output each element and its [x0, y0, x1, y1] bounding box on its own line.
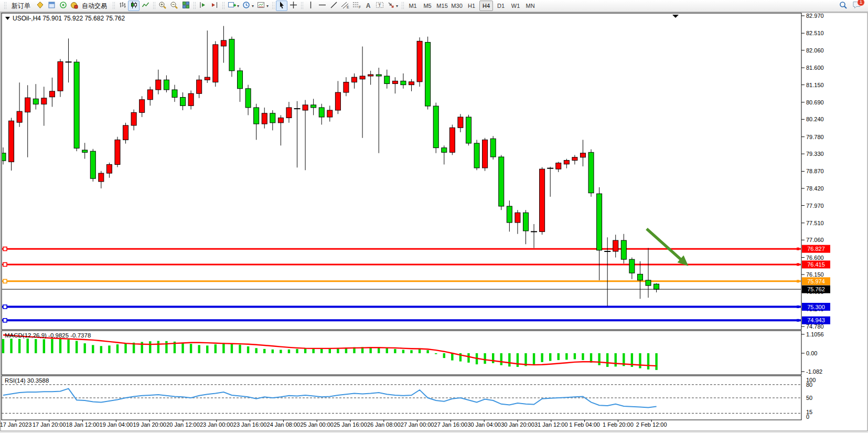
market-watch-button[interactable]: [34, 1, 46, 11]
auto-scroll-button[interactable]: [197, 1, 209, 11]
auto-trading-button[interactable]: 自动交易: [69, 1, 111, 11]
toolbar-grip[interactable]: [153, 2, 155, 10]
bar-chart-icon: [119, 1, 126, 10]
line-chart-type-button[interactable]: [140, 1, 151, 11]
template-icon: [257, 1, 265, 10]
svg-text:82.970: 82.970: [806, 13, 824, 19]
line-handle[interactable]: [3, 305, 7, 309]
line-handle[interactable]: [797, 248, 799, 250]
line-handle[interactable]: [3, 279, 7, 283]
svg-text:76.600: 76.600: [806, 255, 824, 261]
text-label-icon: T: [376, 1, 384, 10]
period-selector-button[interactable]: ▾: [241, 1, 255, 11]
horizontal-line-tool-button[interactable]: [316, 1, 328, 11]
svg-text:26 Jan 08:00: 26 Jan 08:00: [367, 421, 401, 428]
svg-text:82.510: 82.510: [806, 30, 824, 36]
timeframe-w1-button[interactable]: W1: [509, 1, 522, 11]
crosshair-tool-button[interactable]: [287, 1, 299, 11]
candle: [229, 37, 234, 77]
time-axis[interactable]: 17 Jan 202317 Jan 20:0018 Jan 12:0019 Ja…: [0, 420, 667, 428]
timeframe-m30-button[interactable]: M30: [450, 1, 464, 11]
fibonacci-tool-button[interactable]: F: [351, 1, 362, 11]
toolbar-grip[interactable]: [401, 2, 404, 10]
trendline-tool-button[interactable]: [328, 1, 339, 11]
vertical-line-tool-button[interactable]: [305, 1, 316, 11]
zoom-in-button[interactable]: [157, 1, 168, 11]
timeframe-m15-button[interactable]: M15: [435, 1, 449, 11]
search-button[interactable]: [838, 1, 849, 11]
svg-text:19 Jan 04:00: 19 Jan 04:00: [100, 421, 133, 428]
svg-text:0.00: 0.00: [806, 350, 817, 356]
toolbar-grip[interactable]: [4, 2, 6, 10]
svg-text:27 Jan 00:00: 27 Jan 00:00: [401, 421, 434, 428]
svg-text:30 Jan 20:00: 30 Jan 20:00: [501, 421, 534, 428]
price-chart[interactable]: USOil-,H4 75.901 75.922 75.682 75.76282.…: [0, 12, 868, 433]
cursor-tool-button[interactable]: [276, 1, 287, 11]
svg-text:19 Jan 20:00: 19 Jan 20:00: [133, 421, 166, 428]
chevron-down-icon: ▾: [266, 4, 269, 8]
timeframe-d1-button[interactable]: D1: [494, 1, 508, 11]
main-price-pane[interactable]: [2, 13, 801, 330]
auto-trading-icon: [70, 1, 78, 10]
svg-text:1.1056: 1.1056: [806, 331, 824, 337]
line-handle[interactable]: [3, 262, 7, 266]
svg-text:25 Jan 16:00: 25 Jan 16:00: [334, 421, 367, 428]
toolbar-grip[interactable]: [301, 2, 303, 10]
arrows-tool-button[interactable]: ▾: [385, 1, 400, 11]
svg-text:50: 50: [806, 395, 812, 401]
label-tool-button[interactable]: T: [374, 1, 385, 11]
svg-text:18 Jan 12:00: 18 Jan 12:00: [66, 421, 100, 428]
timeframe-m1-button[interactable]: M1: [406, 1, 420, 11]
navigator-button[interactable]: [57, 1, 69, 11]
line-handle[interactable]: [797, 305, 799, 308]
macd-pane[interactable]: [2, 331, 801, 375]
candle: [540, 167, 545, 235]
cursor-icon: [278, 1, 285, 10]
timeframe-m5-button[interactable]: M5: [421, 1, 434, 11]
svg-text:74.943: 74.943: [807, 317, 825, 323]
chart-window[interactable]: USOil-,H4 75.901 75.922 75.682 75.76282.…: [0, 12, 868, 433]
horizontal-line-icon: [318, 2, 326, 10]
candle: [490, 136, 496, 160]
timeframe-mn-button[interactable]: MN: [523, 1, 537, 11]
zoom-out-button[interactable]: [168, 1, 180, 11]
toolbar-grip[interactable]: [222, 2, 224, 10]
timeframe-h4-button[interactable]: H4: [479, 1, 493, 11]
text-tool-button[interactable]: A: [362, 1, 374, 11]
auto-scroll-icon: [199, 1, 207, 10]
svg-text:80.690: 80.690: [806, 99, 824, 105]
macd-label: MACD(12,26,9) -0.9825 -0.7378: [5, 332, 91, 339]
candlestick-chart-type-button[interactable]: [128, 1, 140, 11]
toolbar-grip[interactable]: [193, 2, 196, 10]
svg-text:23 Jan 00:00: 23 Jan 00:00: [200, 421, 233, 428]
chart-shift-button[interactable]: [209, 1, 220, 11]
line-handle[interactable]: [797, 319, 799, 322]
svg-text:T: T: [378, 3, 381, 8]
svg-text:E: E: [347, 5, 349, 9]
line-handle[interactable]: [797, 263, 799, 266]
signal-icon: [59, 1, 67, 10]
candle: [90, 149, 95, 182]
svg-text:17 Jan 20:00: 17 Jan 20:00: [33, 421, 66, 428]
data-window-icon: [48, 1, 56, 10]
toolbar-grip[interactable]: [112, 2, 115, 10]
svg-text:80.240: 80.240: [806, 116, 824, 122]
line-handle[interactable]: [3, 247, 7, 251]
template-button[interactable]: ▾: [255, 1, 270, 11]
tile-windows-button[interactable]: [180, 1, 191, 11]
data-window-button[interactable]: [46, 1, 57, 11]
timeframe-h1-button[interactable]: H1: [465, 1, 478, 11]
search-icon: [839, 1, 848, 11]
channel-tool-button[interactable]: E: [339, 1, 351, 11]
new-chart-button[interactable]: ▾: [226, 1, 241, 11]
chevron-down-icon: ▾: [396, 4, 398, 8]
svg-text:82.060: 82.060: [806, 47, 824, 54]
bar-chart-type-button[interactable]: [116, 1, 128, 11]
toolbar-grip[interactable]: [272, 2, 274, 10]
new-order-button[interactable]: 新订单: [8, 1, 34, 11]
candle: [425, 37, 431, 110]
svg-text:75.762: 75.762: [807, 286, 825, 292]
notifications-button[interactable]: 1: [852, 1, 862, 12]
line-handle[interactable]: [797, 280, 799, 282]
line-handle[interactable]: [3, 319, 7, 322]
